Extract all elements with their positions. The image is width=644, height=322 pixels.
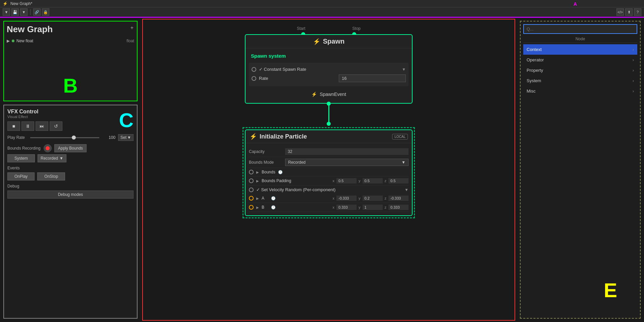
on-stop-btn[interactable]: OnStop <box>37 172 65 180</box>
spawn-system-title: Spawn system <box>249 52 409 60</box>
a-z[interactable] <box>388 196 409 201</box>
toolbar-save-btn[interactable]: 💾 <box>11 8 19 16</box>
spawn-block: ✓ Constant Spawn Rate ▼ Rate <box>249 63 409 86</box>
bounds-mode-row: Bounds Mode Recorded ▼ <box>249 157 409 168</box>
left-panel: New Graph + ▶ New float float B VFX Cont… <box>0 17 141 322</box>
stop-btn[interactable]: ■ <box>7 121 20 131</box>
toolbar-save-dropdown-btn[interactable]: ▼ <box>20 8 28 16</box>
spawn-node: ⚡ Spawn Spawn system ✓ Constant Spawn Ra… <box>245 34 413 104</box>
bounds-padding-x[interactable] <box>336 178 357 183</box>
big-letter-b: B <box>63 74 77 97</box>
bounds-recording-row: Bounds Recording Apply Bounds <box>7 144 133 152</box>
bounds-padding-radio[interactable] <box>249 178 254 183</box>
a-y[interactable] <box>363 196 383 201</box>
step-btn[interactable]: ⏭ <box>36 121 48 131</box>
play-rate-slider[interactable] <box>30 137 99 138</box>
spawn-event-lightning: ⚡ <box>311 92 317 97</box>
node-list-item-operator[interactable]: Operator› <box>523 55 637 65</box>
stop-label: Stop <box>352 26 361 31</box>
recorded-dropdown[interactable]: Recorded ▼ <box>38 154 66 162</box>
constant-spawn-arrow[interactable]: ▼ <box>402 67 406 72</box>
toolbar-link-btn[interactable]: 🔗 <box>33 8 41 16</box>
title-bar-icon: ⚡ <box>3 1 8 6</box>
bounds-padding-xyz: x y z <box>333 178 409 183</box>
loop-btn[interactable]: ↺ <box>50 121 62 131</box>
right-panel-body: E <box>523 96 637 315</box>
spawn-node-title: Spawn <box>323 38 344 45</box>
on-play-btn[interactable]: OnPlay <box>7 172 35 180</box>
spawn-event-row: ⚡ SpawnEvent <box>249 89 409 100</box>
b-z[interactable] <box>388 205 409 210</box>
b-label: B <box>262 205 268 210</box>
new-graph-panel: New Graph + ▶ New float float B <box>3 21 138 101</box>
a-expand[interactable]: ▶ <box>256 197 259 200</box>
init-node-header: ⚡ Initialize Particle LOCAL <box>246 130 412 143</box>
apply-bounds-btn[interactable]: Apply Bounds <box>54 144 87 152</box>
capacity-row: Capacity <box>249 147 409 157</box>
bounds-padding-z[interactable] <box>388 178 409 183</box>
system-btn[interactable]: System <box>7 154 35 162</box>
expand-arrow: ▶ <box>7 39 10 43</box>
playback-controls: ■ ⏸ ⏭ ↺ <box>7 121 133 131</box>
toolbar-dropdown-btn[interactable]: ▼ <box>3 8 10 16</box>
a-row: ▶ A 🕐 x y z <box>249 194 409 203</box>
main-content: New Graph + ▶ New float float B VFX Cont… <box>0 17 644 322</box>
toolbar-lock-btn[interactable]: 🔒 <box>42 8 49 16</box>
constant-spawn-radio[interactable] <box>252 67 256 72</box>
rate-radio[interactable] <box>252 76 256 81</box>
toolbar-code-btn[interactable]: </> <box>616 8 624 16</box>
play-rate-row: Play Rate 100 Set ▼ <box>7 134 133 141</box>
center-wrapper: Start Stop ⚡ Spawn Spawn system <box>146 23 511 222</box>
vfx-title: VFX Control <box>7 109 133 115</box>
add-graph-btn[interactable]: + <box>130 25 133 31</box>
node-list-item-context[interactable]: Context› <box>523 44 637 55</box>
constant-spawn-label: ✓ Constant Spawn Rate <box>259 67 399 72</box>
right-panel: Node Context›Operator›Property›System›Mi… <box>517 17 644 322</box>
float-row: ▶ New float float <box>7 37 134 45</box>
events-label: Events <box>7 166 133 170</box>
vfx-subtitle: Visual Effect <box>7 115 133 119</box>
search-input[interactable] <box>523 24 637 34</box>
node-list-item-property[interactable]: Property› <box>523 65 637 75</box>
init-content: Capacity Bounds Mode Recorded ▼ <box>246 143 412 215</box>
velocity-row: ✓ Set Velocity Random (Per-component) ▼ <box>249 185 409 194</box>
bounds-radio[interactable] <box>249 170 254 174</box>
vfx-control-panel: VFX Control Visual Effect C ■ ⏸ ⏭ ↺ Play… <box>3 105 138 319</box>
play-rate-label: Play Rate <box>7 135 28 140</box>
debug-label: Debug <box>7 184 133 189</box>
node-header-row: Node <box>523 37 637 43</box>
record-btn[interactable] <box>44 144 52 152</box>
node-list-item-system[interactable]: System› <box>523 75 637 86</box>
local-badge: LOCAL <box>392 134 408 140</box>
bounds-mode-value: Recorded <box>288 160 306 165</box>
capacity-input[interactable] <box>285 148 409 155</box>
float-label: New float <box>16 39 33 43</box>
b-x[interactable] <box>336 205 357 210</box>
spawn-event-label: SpawnEvent <box>320 92 346 97</box>
slider-thumb <box>72 136 76 140</box>
velocity-radio[interactable] <box>249 187 254 192</box>
rate-input[interactable] <box>339 74 406 82</box>
bounds-padding-label: Bounds Padding <box>262 178 291 183</box>
debug-modes-btn[interactable]: Debug modes <box>7 191 133 199</box>
bounds-mode-select[interactable]: Recorded ▼ <box>285 159 409 166</box>
b-y[interactable] <box>363 205 383 210</box>
b-radio[interactable] <box>249 205 254 210</box>
b-xyz: x y z <box>333 205 409 210</box>
node-list-item-misc[interactable]: Misc› <box>523 86 637 96</box>
bounds-padding-y[interactable] <box>363 178 383 183</box>
bounds-mode-label: Bounds Mode <box>249 160 282 165</box>
a-radio[interactable] <box>249 196 254 201</box>
bounds-expand[interactable]: ▶ <box>256 170 259 174</box>
set-btn[interactable]: Set ▼ <box>118 134 133 141</box>
capacity-label: Capacity <box>249 149 282 154</box>
pause-btn[interactable]: ⏸ <box>21 121 34 131</box>
toolbar-upload-btn[interactable]: ⬆ <box>625 8 633 16</box>
b-expand[interactable]: ▶ <box>256 206 259 209</box>
toolbar-help-btn[interactable]: ? <box>634 8 641 16</box>
bounds-padding-expand[interactable]: ▶ <box>256 179 259 183</box>
a-x[interactable] <box>336 196 357 201</box>
title-bar: ⚡ New Graph* <box>0 0 644 7</box>
velocity-dropdown[interactable]: ▼ <box>405 187 409 192</box>
spawn-node-header: ⚡ Spawn <box>246 35 412 48</box>
